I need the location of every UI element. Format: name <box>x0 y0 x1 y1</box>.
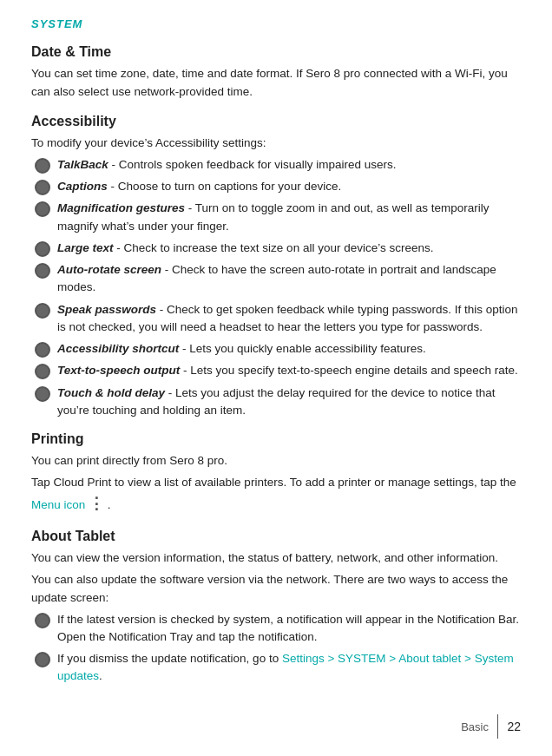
accessibility-intro: To modify your device’s Accessibility se… <box>31 135 521 153</box>
bullet-dot <box>35 652 50 667</box>
bullet-talkback: TalkBack - Controls spoken feedback for … <box>35 156 521 174</box>
bullet-dot <box>35 386 50 402</box>
section-about-tablet: About Tablet You can view the version in… <box>31 529 521 686</box>
section-printing: Printing You can print directly from Ser… <box>31 431 521 516</box>
section-date-time: Date & Time You can set time zone, date,… <box>31 44 521 102</box>
footer-page-number: 22 <box>507 720 552 733</box>
bullet-touch-hold: Touch & hold delay - Lets you adjust the… <box>35 385 521 420</box>
about-tablet-body2: You can also update the software version… <box>31 571 521 608</box>
menu-icon-link: Menu icon <box>31 498 85 511</box>
about-tablet-bullets: If the latest version is checked by syst… <box>35 611 521 686</box>
system-title: SYSTEM <box>31 17 521 30</box>
bullet-accessibility-shortcut: Accessibility shortcut - Lets you quickl… <box>35 340 521 358</box>
footer-label: Basic <box>461 720 497 733</box>
bullet-dot <box>35 201 50 217</box>
accessibility-heading: Accessibility <box>31 114 521 129</box>
accessibility-bullets: TalkBack - Controls spoken feedback for … <box>35 156 521 419</box>
bullet-speak-passwords: Speak passwords - Check to get spoken fe… <box>35 301 521 337</box>
date-time-heading: Date & Time <box>31 44 521 60</box>
printing-body1: You can print directly from Sero 8 pro. <box>31 452 521 470</box>
footer: Basic 22 <box>461 714 552 739</box>
date-time-body: You can set time zone, date, time and da… <box>31 65 521 102</box>
about-tablet-body1: You can view the version information, th… <box>31 549 521 568</box>
printing-heading: Printing <box>31 431 521 447</box>
footer-divider <box>497 714 499 739</box>
bullet-dot <box>35 303 50 319</box>
bullet-dot <box>35 613 50 628</box>
bullet-dot <box>35 342 50 358</box>
bullet-tts-output: Text-to-speech output - Lets you specify… <box>35 362 521 379</box>
bullet-dot <box>35 241 50 257</box>
settings-path-link: Settings > SYSTEM > About tablet > Syste… <box>57 652 514 682</box>
bullet-captions: Captions - Choose to turn on captions fo… <box>35 178 521 195</box>
about-tablet-heading: About Tablet <box>31 529 521 544</box>
bullet-magnification: Magnification gestures - Turn on to togg… <box>35 200 521 235</box>
bullet-dot <box>35 263 50 279</box>
bullet-auto-rotate: Auto-rotate screen - Check to have the s… <box>35 261 521 297</box>
bullet-dot <box>35 158 50 174</box>
bullet-settings-path: If you dismiss the update notification, … <box>35 650 521 686</box>
printing-body2: Tap Cloud Print to view a list of availa… <box>31 474 521 516</box>
bullet-large-text: Large text - Check to increase the text … <box>35 240 521 257</box>
section-accessibility: Accessibility To modify your device’s Ac… <box>31 114 521 419</box>
bullet-dot <box>35 364 50 379</box>
bullet-dot <box>35 180 50 195</box>
bullet-notification: If the latest version is checked by syst… <box>35 611 521 647</box>
